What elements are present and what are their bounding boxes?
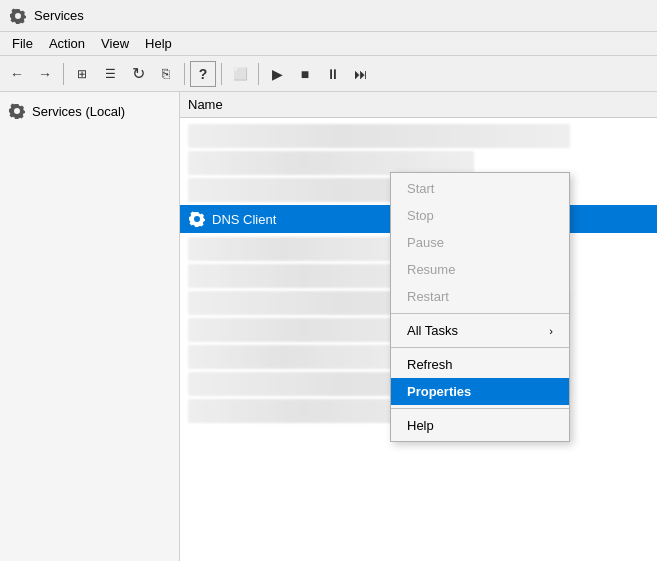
list-view-button[interactable]: ☰ <box>97 61 123 87</box>
ctx-pause[interactable]: Pause <box>391 229 569 256</box>
back-button[interactable]: ← <box>4 61 30 87</box>
ctx-all-tasks[interactable]: All Tasks › <box>391 317 569 344</box>
ctx-stop-label: Stop <box>407 208 434 223</box>
toolbar-sep-4 <box>258 63 259 85</box>
console-button[interactable]: ⬜ <box>227 61 253 87</box>
menu-file[interactable]: File <box>4 34 41 53</box>
ctx-pause-label: Pause <box>407 235 444 250</box>
ctx-restart[interactable]: Restart <box>391 283 569 310</box>
title-icon <box>8 6 28 26</box>
toolbar-sep-3 <box>221 63 222 85</box>
column-name: Name <box>188 97 223 112</box>
help-toolbar-button[interactable]: ? <box>190 61 216 87</box>
step-button[interactable]: ⏭ <box>348 61 374 87</box>
ctx-resume-label: Resume <box>407 262 455 277</box>
play-button[interactable]: ▶ <box>264 61 290 87</box>
ctx-resume[interactable]: Resume <box>391 256 569 283</box>
ctx-sep-2 <box>391 347 569 348</box>
window-title: Services <box>34 8 84 23</box>
ctx-refresh[interactable]: Refresh <box>391 351 569 378</box>
toolbar-sep-2 <box>184 63 185 85</box>
ctx-start-label: Start <box>407 181 434 196</box>
toolbar: ← → ⊞ ☰ ↻ ⎘ ? ⬜ ▶ ■ ⏸ ⏭ <box>0 56 657 92</box>
ctx-help-label: Help <box>407 418 434 433</box>
forward-button[interactable]: → <box>32 61 58 87</box>
blurred-row <box>188 124 570 148</box>
export-button[interactable]: ⎘ <box>153 61 179 87</box>
menu-view[interactable]: View <box>93 34 137 53</box>
context-menu: Start Stop Pause Resume Restart All Task… <box>390 172 570 442</box>
stop-button[interactable]: ■ <box>292 61 318 87</box>
menu-bar: File Action View Help <box>0 32 657 56</box>
refresh-button[interactable]: ↻ <box>125 61 151 87</box>
services-list: Name DNS Client Start <box>180 92 657 561</box>
sidebar: Services (Local) <box>0 92 180 561</box>
main-content: Services (Local) Name DNS Client <box>0 92 657 561</box>
list-header: Name <box>180 92 657 118</box>
ctx-properties[interactable]: Properties <box>391 378 569 405</box>
ctx-sep-1 <box>391 313 569 314</box>
ctx-all-tasks-label: All Tasks <box>407 323 458 338</box>
ctx-help[interactable]: Help <box>391 412 569 439</box>
services-local-label: Services (Local) <box>32 104 125 119</box>
ctx-restart-label: Restart <box>407 289 449 304</box>
dns-gear-icon <box>188 210 206 228</box>
menu-action[interactable]: Action <box>41 34 93 53</box>
panel-view-button[interactable]: ⊞ <box>69 61 95 87</box>
menu-help[interactable]: Help <box>137 34 180 53</box>
services-local-icon <box>8 102 26 120</box>
ctx-properties-label: Properties <box>407 384 471 399</box>
ctx-sep-3 <box>391 408 569 409</box>
sidebar-item-services-local[interactable]: Services (Local) <box>0 96 179 126</box>
dns-client-label: DNS Client <box>212 212 276 227</box>
ctx-refresh-label: Refresh <box>407 357 453 372</box>
title-bar: Services <box>0 0 657 32</box>
pause-button[interactable]: ⏸ <box>320 61 346 87</box>
ctx-stop[interactable]: Stop <box>391 202 569 229</box>
toolbar-sep-1 <box>63 63 64 85</box>
ctx-start[interactable]: Start <box>391 175 569 202</box>
ctx-arrow-icon: › <box>549 325 553 337</box>
